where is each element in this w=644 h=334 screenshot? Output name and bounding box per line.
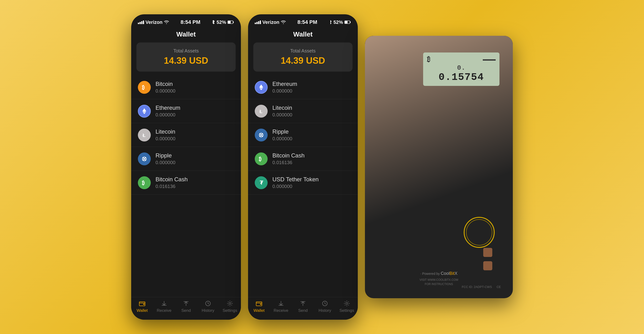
history-nav-icon	[205, 300, 211, 307]
hw-balance-value: 0.15754	[427, 72, 496, 83]
send-nav-icon	[183, 300, 190, 307]
svg-rect-2	[233, 22, 234, 23]
coin-name-btc: Bitcoin	[156, 81, 175, 87]
nav-settings-1[interactable]: Settings	[219, 300, 241, 313]
coin-amount-eth-2: 0.000000	[272, 88, 297, 94]
coin-name-bch: Bitcoin Cash	[156, 176, 188, 183]
nav-settings-2[interactable]: Settings	[336, 300, 358, 313]
nav-history-label-1: History	[202, 308, 214, 313]
battery-label: 52%	[216, 20, 226, 25]
coin-name-eth-2: Ethereum	[272, 81, 297, 87]
nav-wallet-label-2: Wallet	[254, 308, 265, 313]
hw-fcc: FCC ID: 2ADPT-CWS CE	[462, 285, 501, 289]
status-time-2: 8:54 PM	[298, 19, 317, 25]
hw-visit: VISIT WWW.COOLBITX.COM	[420, 278, 458, 282]
coin-item-eth[interactable]: Ethereum 0.000000	[131, 99, 241, 123]
coin-info-bch: Bitcoin Cash 0.016136	[156, 176, 188, 189]
nav-send-label-2: Send	[298, 308, 308, 313]
hw-fcc-id: FCC ID: 2ADPT-CWS	[462, 285, 492, 289]
svg-text:₿: ₿	[142, 180, 144, 186]
svg-text:₿: ₿	[142, 84, 144, 90]
coin-amount-xrp-2: 0.000000	[272, 136, 292, 142]
svg-point-14	[229, 302, 231, 304]
nav-send-2[interactable]: Send	[292, 300, 314, 313]
coin-amount-ltc-2: 0.000000	[272, 112, 292, 118]
coin-amount-xrp: 0.000000	[156, 160, 175, 165]
coin-list-1: ₿ Bitcoin 0.000000 Ethereum 0.000000 Ł L…	[131, 76, 241, 297]
hw-brand: CoolBitX	[441, 271, 458, 276]
nav-receive-2[interactable]: Receive	[270, 300, 292, 313]
coin-name-usdt: USD Tether Token	[272, 176, 319, 183]
hw-instructions: FOR INSTRUCTIONS	[420, 282, 458, 286]
settings-nav-icon	[226, 300, 233, 307]
svg-text:₿: ₿	[259, 156, 262, 162]
coin-name-ltc: Litecoin	[156, 128, 175, 135]
nav-receive-1[interactable]: Receive	[153, 300, 175, 313]
hw-small-buttons	[483, 248, 492, 270]
hw-circle-button[interactable]	[464, 217, 495, 248]
receive-nav-icon-2	[278, 300, 284, 307]
coin-name-xrp-2: Ripple	[272, 128, 292, 135]
eth-icon-2	[255, 81, 268, 94]
svg-rect-1	[228, 21, 231, 24]
coin-item-ltc[interactable]: Ł Litecoin 0.000000	[131, 123, 241, 147]
nav-send-label-1: Send	[181, 308, 191, 313]
bluetooth-icon-2	[329, 20, 332, 24]
hw-small-btn-2[interactable]	[483, 261, 492, 270]
nav-wallet-2[interactable]: Wallet	[248, 300, 270, 313]
coin-item-btc[interactable]: ₿ Bitcoin 0.000000	[131, 76, 241, 99]
coin-list-2: Ethereum 0.000000 Ł Litecoin 0.000000 Ri…	[248, 76, 358, 297]
total-assets-value-2: 14.39 USD	[258, 56, 348, 66]
coin-name-bch-2: Bitcoin Cash	[272, 152, 304, 159]
status-right-2: 52%	[329, 20, 351, 25]
coin-amount-bch: 0.016136	[156, 184, 188, 189]
coin-item-xrp[interactable]: Ripple 0.000000	[131, 147, 241, 171]
status-bar-1: Verizon 8:54 PM 52%	[131, 14, 241, 29]
bch-icon-2: ₿	[255, 152, 268, 165]
coin-name-eth: Ethereum	[156, 104, 180, 111]
nav-wallet-label-1: Wallet	[137, 308, 148, 313]
coin-info-eth-2: Ethereum 0.000000	[272, 81, 297, 94]
coin-info-eth: Ethereum 0.000000	[156, 104, 180, 118]
btc-icon: ₿	[138, 81, 151, 94]
battery-icon-2	[344, 20, 351, 24]
svg-marker-18	[259, 84, 263, 88]
coin-item-bch-2[interactable]: ₿ Bitcoin Cash 0.016136	[248, 147, 358, 171]
nav-settings-label-2: Settings	[340, 308, 354, 313]
coin-item-eth-2[interactable]: Ethereum 0.000000	[248, 76, 358, 99]
coin-item-usdt[interactable]: ₮ USD Tether Token 0.000000	[248, 171, 358, 195]
coin-amount-usdt: 0.000000	[272, 184, 319, 189]
coin-info-bch-2: Bitcoin Cash 0.016136	[272, 152, 304, 165]
coin-item-ltc-2[interactable]: Ł Litecoin 0.000000	[248, 99, 358, 123]
coin-amount-ltc: 0.000000	[156, 136, 175, 142]
nav-wallet-1[interactable]: Wallet	[131, 300, 153, 313]
nav-history-2[interactable]: History	[314, 300, 336, 313]
coin-item-bch[interactable]: ₿ Bitcoin Cash 0.016136	[131, 171, 241, 195]
send-nav-icon-2	[300, 300, 306, 307]
coin-amount-bch-2: 0.016136	[272, 160, 304, 165]
svg-rect-27	[260, 304, 262, 305]
carrier-label-2: Verizon	[262, 20, 279, 25]
wallet-nav-icon-2	[256, 300, 262, 307]
app-header-1: Wallet	[131, 29, 241, 42]
signal-icon	[138, 20, 144, 24]
svg-marker-4	[142, 108, 146, 112]
nav-send-1[interactable]: Send	[175, 300, 197, 313]
svg-point-29	[346, 302, 348, 304]
total-assets-card-1: Total Assets 14.39 USD	[136, 42, 236, 72]
coin-info-usdt: USD Tether Token 0.000000	[272, 176, 319, 189]
nav-settings-label-1: Settings	[222, 308, 237, 313]
total-assets-card-2: Total Assets 14.39 USD	[253, 42, 352, 72]
coin-info-xrp: Ripple 0.000000	[156, 152, 175, 165]
wifi-icon-2	[281, 20, 286, 24]
hw-battery-icon: ▬▬▬	[483, 57, 496, 62]
wifi-icon	[164, 20, 169, 24]
nav-history-1[interactable]: History	[197, 300, 219, 313]
coin-info-btc: Bitcoin 0.000000	[156, 81, 175, 94]
receive-nav-icon	[161, 300, 168, 307]
xrp-icon-2	[255, 128, 268, 142]
coin-item-xrp-2[interactable]: Ripple 0.000000	[248, 123, 358, 147]
hw-small-btn-1[interactable]	[483, 248, 492, 257]
xrp-icon	[138, 152, 151, 165]
hw-btc-symbol: ₿	[427, 55, 430, 63]
